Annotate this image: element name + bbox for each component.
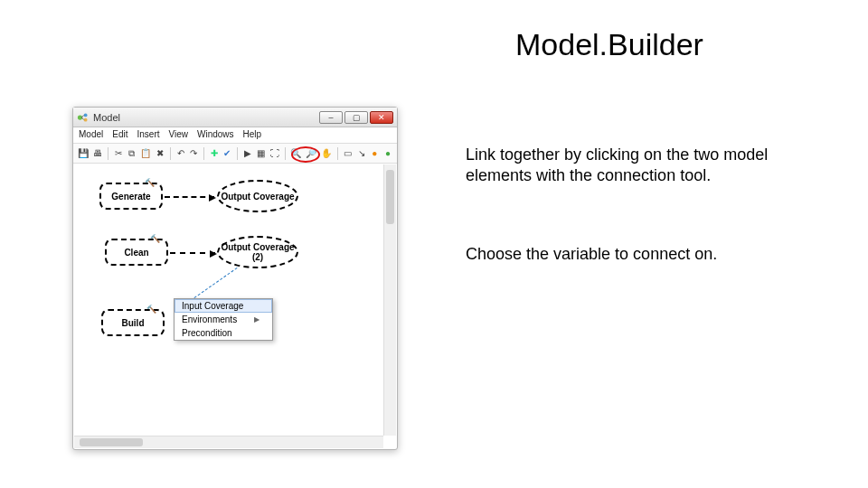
zoom-in-icon[interactable]: 🔍	[289, 146, 302, 161]
output-node-coverage[interactable]: Output Coverage	[217, 180, 298, 212]
slide-title: Model.Builder	[515, 27, 703, 62]
separator	[337, 147, 338, 160]
menu-model[interactable]: Model	[79, 129, 103, 141]
menu-help[interactable]: Help	[243, 129, 262, 141]
separator	[203, 147, 204, 160]
scrollbar-thumb[interactable]	[386, 170, 394, 224]
connect-icon[interactable]: ↘	[356, 146, 367, 161]
model-canvas[interactable]: Generate Output Coverage Clean Output Co…	[74, 164, 383, 436]
toolbar: 💾 🖶 ✂ ⧉ 📋 ✖ ↶ ↷ ✚ ✔ ▶ ▦ ⛶ 🔍 🔎 ✋ ▭ ↘ ● ●	[73, 144, 397, 164]
separator	[285, 147, 286, 160]
scrollbar-thumb[interactable]	[80, 438, 143, 446]
menu-windows[interactable]: Windows	[197, 129, 234, 141]
popup-item-environments[interactable]: Environments ▶	[175, 313, 272, 326]
popup-item-input-coverage[interactable]: Input Coverage	[175, 299, 272, 313]
menu-bar: Model Edit Insert View Windows Help	[73, 127, 397, 144]
separator	[170, 147, 171, 160]
node-label: Generate	[111, 192, 150, 202]
delete-icon[interactable]: ✖	[155, 146, 165, 161]
instruction-text-1: Link together by clicking on the two mod…	[466, 145, 800, 185]
svg-point-2	[84, 117, 88, 121]
menu-view[interactable]: View	[169, 129, 189, 141]
auto-layout-icon[interactable]: ▦	[256, 146, 267, 161]
select-icon[interactable]: ▭	[343, 146, 354, 161]
popup-item-label: Environments	[182, 314, 237, 324]
save-icon[interactable]: 💾	[77, 146, 90, 161]
menu-edit[interactable]: Edit	[112, 129, 127, 141]
tool-node-build[interactable]: Build	[101, 309, 165, 336]
add-variable-icon[interactable]: ●	[369, 146, 380, 161]
tool-node-clean[interactable]: Clean	[105, 239, 168, 266]
vertical-scrollbar[interactable]	[383, 164, 396, 436]
node-label: Clean	[124, 248, 148, 258]
run-icon[interactable]: ▶	[242, 146, 253, 161]
submenu-arrow-icon: ▶	[254, 315, 259, 324]
separator	[237, 147, 238, 160]
output-node-coverage2[interactable]: Output Coverage (2)	[217, 236, 298, 268]
node-label: Output Coverage	[221, 192, 294, 202]
add-data-icon[interactable]: ✚	[209, 146, 220, 161]
cut-icon[interactable]: ✂	[113, 146, 124, 161]
redo-icon[interactable]: ↷	[188, 146, 199, 161]
hammer-icon	[148, 307, 157, 316]
node-label: Output Coverage (2)	[219, 242, 297, 262]
pan-icon[interactable]: ✋	[320, 146, 333, 161]
window-titlebar[interactable]: Model – ▢ ✕	[73, 108, 397, 127]
separator	[108, 147, 108, 160]
close-button[interactable]: ✕	[370, 111, 393, 124]
validate-icon[interactable]: ✔	[222, 146, 233, 161]
modelbuilder-window: Model – ▢ ✕ Model Edit Insert View Windo…	[72, 107, 398, 450]
instruction-text-2: Choose the variable to connect on.	[466, 244, 800, 265]
popup-item-label: Input Coverage	[182, 301, 243, 311]
tool-node-generate[interactable]: Generate	[99, 183, 163, 210]
print-icon[interactable]: 🖶	[92, 146, 103, 161]
undo-icon[interactable]: ↶	[175, 146, 186, 161]
window-title: Model	[93, 112, 120, 123]
svg-point-1	[84, 113, 88, 117]
maximize-button[interactable]: ▢	[344, 111, 368, 124]
zoom-out-icon[interactable]: 🔎	[305, 146, 317, 161]
connect-popup-menu: Input Coverage Environments ▶ Preconditi…	[174, 298, 273, 341]
add-label-icon[interactable]: ●	[382, 146, 393, 161]
connector-arrow	[170, 252, 215, 254]
hammer-icon	[152, 237, 161, 246]
connector-arrow	[165, 196, 214, 198]
paste-icon[interactable]: 📋	[139, 146, 152, 161]
copy-icon[interactable]: ⧉	[126, 146, 137, 161]
popup-item-precondition[interactable]: Precondition	[175, 326, 272, 340]
app-icon	[77, 111, 90, 124]
full-extent-icon[interactable]: ⛶	[269, 146, 280, 161]
popup-item-label: Precondition	[182, 328, 232, 338]
node-label: Build	[122, 318, 145, 328]
minimize-button[interactable]: –	[319, 111, 343, 124]
horizontal-scrollbar[interactable]	[74, 436, 383, 448]
hammer-icon	[146, 181, 156, 190]
menu-insert[interactable]: Insert	[137, 129, 159, 141]
